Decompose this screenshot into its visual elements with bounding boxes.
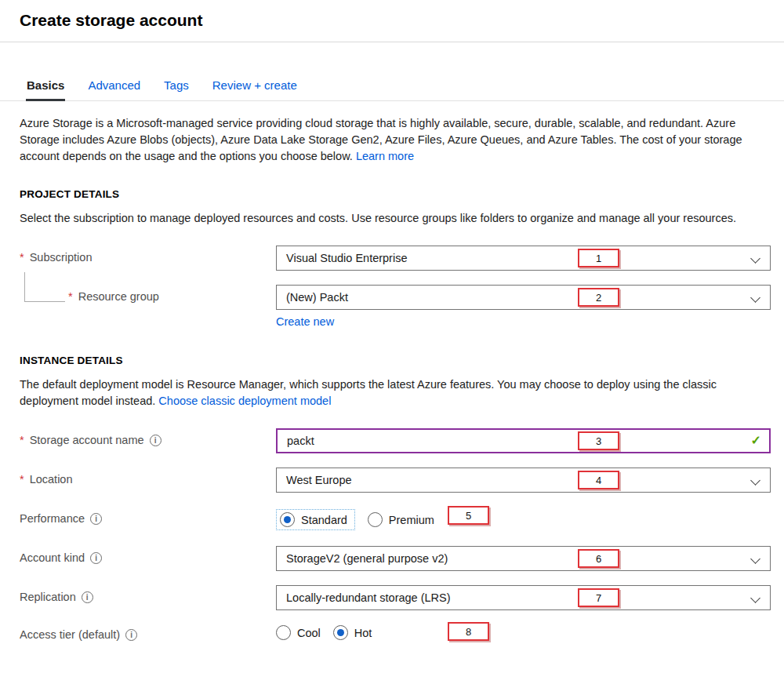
radio-unselected-icon [368,512,383,527]
location-label: Location [20,468,276,486]
radio-label: Hot [354,627,372,639]
tab-review-create[interactable]: Review + create [212,75,298,100]
valid-check-icon [751,433,761,448]
subscription-label: Subscription [20,246,276,264]
page-header: Create storage account [0,0,784,42]
replication-dropdown[interactable]: Locally-redundant storage (LRS) [276,585,771,610]
info-icon[interactable] [125,629,137,641]
annotation-badge-3: 3 [578,431,619,450]
required-asterisk [20,251,24,264]
resource-group-field: (New) Packt 2 Create new [276,285,771,328]
required-asterisk [68,290,73,303]
performance-option-standard[interactable]: Standard [276,509,355,530]
resource-group-row: Resource group (New) Packt 2 Create new [0,285,784,328]
create-storage-account-page: Create storage account Basics Advanced T… [0,0,784,641]
chevron-down-icon [750,475,760,486]
chevron-down-icon [750,554,760,564]
required-asterisk [20,473,24,486]
chevron-down-icon [750,293,760,303]
performance-row: Performance Standard Premium 5 [0,507,784,530]
annotation-badge-2: 2 [578,288,619,307]
replication-field: Locally-redundant storage (LRS) 7 [276,585,771,610]
intro-paragraph: Azure Storage is a Microsoft-managed ser… [20,115,763,165]
annotation-badge-1: 1 [578,249,619,267]
annotation-badge-7: 7 [578,588,619,607]
replication-row: Replication Locally-redundant storage (L… [0,585,784,610]
access-tier-radio-group: Cool Hot [276,623,771,640]
tab-basics[interactable]: Basics [26,75,65,101]
instance-details-text: The default deployment model is Resource… [20,378,717,407]
info-icon[interactable] [90,552,102,564]
account-kind-dropdown[interactable]: StorageV2 (general purpose v2) [276,546,771,571]
location-field: West Europe 4 [276,468,771,493]
classic-deployment-link[interactable]: Choose classic deployment model [158,395,331,407]
access-tier-option-hot[interactable]: Hot [333,625,372,640]
performance-field: Standard Premium 5 [276,507,771,530]
replication-value: Locally-redundant storage (LRS) [286,591,451,604]
account-kind-label: Account kind [20,546,276,564]
account-kind-value: StorageV2 (general purpose v2) [286,552,448,565]
page-title: Create storage account [20,11,764,30]
storage-account-name-label: Storage account name [20,428,276,446]
tab-tags[interactable]: Tags [163,75,190,100]
info-icon[interactable] [150,435,162,446]
annotation-badge-4: 4 [578,471,619,489]
tree-connector [24,272,65,302]
annotation-badge-5: 5 [448,506,489,525]
info-icon[interactable] [82,591,93,603]
access-tier-field: Cool Hot 8 [276,623,771,640]
annotation-badge-8: 8 [448,622,489,641]
required-asterisk [20,434,24,446]
learn-more-link[interactable]: Learn more [356,150,414,162]
subscription-value: Visual Studio Enterprise [286,252,408,264]
radio-selected-icon [333,625,348,640]
storage-account-name-input[interactable] [276,428,771,453]
project-details-description: Select the subscription to manage deploy… [20,210,763,227]
chevron-down-icon [750,593,760,603]
project-details-heading: PROJECT DETAILS [20,188,764,200]
instance-details-description: The default deployment model is Resource… [20,377,763,409]
location-value: West Europe [286,474,352,486]
storage-account-name-row: Storage account name 3 [0,428,784,453]
performance-option-premium[interactable]: Premium [368,512,434,527]
radio-unselected-icon [276,625,291,640]
resource-group-dropdown[interactable]: (New) Packt [276,285,771,310]
location-row: Location West Europe 4 [0,468,784,493]
access-tier-row: Access tier (default) Cool Hot 8 [0,623,784,641]
create-new-link[interactable]: Create new [276,315,334,328]
info-icon[interactable] [90,513,102,525]
replication-label: Replication [20,585,276,603]
account-kind-field: StorageV2 (general purpose v2) 6 [276,546,771,571]
radio-label: Cool [297,627,321,639]
radio-label: Premium [389,514,434,526]
tab-advanced[interactable]: Advanced [87,75,141,100]
access-tier-option-cool[interactable]: Cool [276,625,321,640]
tabs-bar: Basics Advanced Tags Review + create [0,75,784,101]
chevron-down-icon [750,253,760,264]
resource-group-value: (New) Packt [286,291,348,304]
radio-selected-icon [280,512,295,527]
performance-label: Performance [20,507,276,525]
annotation-badge-6: 6 [578,549,619,568]
access-tier-label: Access tier (default) [20,623,276,641]
radio-label: Standard [301,514,347,526]
location-dropdown[interactable]: West Europe [276,468,771,493]
performance-radio-group: Standard Premium [276,507,771,530]
account-kind-row: Account kind StorageV2 (general purpose … [0,546,784,571]
subscription-field: Visual Studio Enterprise 1 [276,246,771,271]
subscription-dropdown[interactable]: Visual Studio Enterprise [276,246,771,271]
storage-account-name-field: 3 [276,428,771,453]
instance-details-heading: INSTANCE DETAILS [20,355,764,366]
subscription-row: Subscription Visual Studio Enterprise 1 [0,246,784,271]
